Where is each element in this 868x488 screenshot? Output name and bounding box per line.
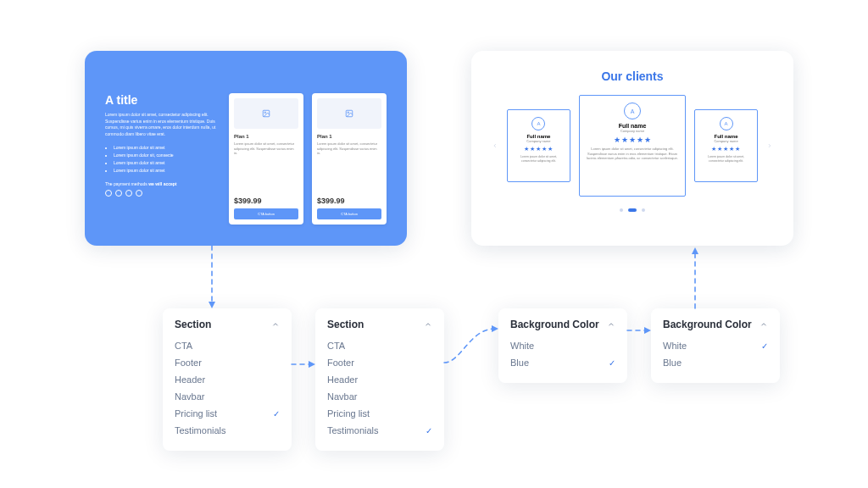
testimonial-text: Lorem ipsum dolor sit amet, consectetur … (585, 147, 680, 161)
dropdown-option[interactable]: Blue (663, 354, 768, 371)
dropdown-option[interactable]: Navbar (327, 388, 432, 405)
pricing-lorem: Lorem ipsum dolor sit amet, consectetur … (105, 112, 219, 137)
connector-arrow (670, 246, 721, 310)
pricing-cards: Plan 1 Lorem ipsum dolor sit amet, conse… (229, 93, 387, 225)
preview-testimonials: Our clients A Full name Company name ★★★… (471, 51, 793, 246)
bullet: Lorem ipsum dolor sit amet (114, 167, 219, 175)
pricing-title: A title (105, 93, 219, 107)
chevron-up-icon (760, 320, 768, 329)
connector-arrow (627, 322, 653, 339)
plan-card: Plan 1 Lorem ipsum dolor sit amet, conse… (312, 93, 387, 225)
background-color-dropdown[interactable]: Background Color WhiteBlue✓ (498, 308, 627, 383)
testimonial-text: Lorem ipsum dolor sit amet, consectetur … (513, 155, 565, 164)
svg-point-3 (348, 112, 349, 114)
connector-arrow (186, 246, 237, 313)
dropdown-option[interactable]: White✓ (663, 337, 768, 354)
dropdown-option[interactable]: Header (327, 371, 432, 388)
testimonials-carousel: A Full name Company name ★★★★★ Lorem ips… (492, 95, 773, 197)
connector-arrow (292, 356, 317, 373)
testimonial-name: Full name (619, 123, 647, 129)
plan-name: Plan 1 (234, 134, 298, 139)
chevron-up-icon (424, 320, 432, 329)
dropdown-option[interactable]: White (510, 337, 615, 354)
plan-cta-button[interactable]: CTA button (234, 208, 298, 219)
dropdown-option[interactable]: Blue✓ (510, 354, 615, 371)
image-icon (317, 98, 381, 129)
star-rating: ★★★★★ (614, 136, 652, 144)
payment-method-icons (105, 190, 219, 197)
check-icon: ✓ (609, 358, 615, 368)
testimonial-company: Company name (526, 139, 550, 143)
plan-card: Plan 1 Lorem ipsum dolor sit amet, conse… (229, 93, 303, 225)
bullet: Lorem ipsum dolor sit amet (114, 144, 219, 152)
background-color-dropdown[interactable]: Background Color White✓Blue (651, 308, 780, 383)
plan-price: $399.99 (234, 197, 298, 205)
section-dropdown[interactable]: Section CTAFooterHeaderNavbarPricing lis… (315, 308, 444, 451)
bullet: Lorem ipsum dolor sit amet (114, 159, 219, 167)
avatar: A (720, 117, 733, 130)
dropdown-title: Background Color (510, 319, 599, 330)
star-rating: ★★★★★ (711, 146, 741, 152)
plan-name: Plan 1 (317, 134, 381, 139)
dropdown-title: Section (175, 319, 211, 330)
testimonial-company: Company name (714, 139, 737, 143)
plan-price: $399.99 (317, 197, 381, 205)
dropdown-option[interactable]: Footer (175, 354, 280, 371)
avatar: A (531, 117, 545, 130)
testimonial-card-active: A Full name Company name ★★★★★ Lorem ips… (579, 95, 686, 197)
check-icon: ✓ (273, 409, 280, 419)
chevron-left-icon[interactable] (492, 142, 498, 149)
section-dropdown[interactable]: Section CTAFooterHeaderNavbarPricing lis… (163, 308, 292, 451)
chevron-up-icon (607, 320, 615, 329)
dropdown-option[interactable]: Navbar (175, 388, 280, 405)
dropdown-options: CTAFooterHeaderNavbarPricing listTestimo… (327, 337, 432, 439)
bullet: Lorem ipsum dolor sit, consecte (114, 152, 219, 159)
testimonial-company: Company name (620, 129, 644, 133)
dropdown-options: White✓Blue (663, 337, 768, 371)
dropdown-option[interactable]: CTA (175, 337, 280, 354)
dropdown-title: Section (327, 319, 364, 330)
pricing-bullets: Lorem ipsum dolor sit amet Lorem ipsum d… (105, 144, 219, 175)
testimonial-card: A Full name Company name ★★★★★ Lorem ips… (694, 109, 759, 182)
dropdown-option[interactable]: Pricing list (327, 405, 432, 422)
star-rating: ★★★★★ (524, 146, 554, 152)
dropdown-title: Background Color (663, 319, 752, 330)
payment-methods-label: The payment methods we will accept (105, 181, 219, 186)
plan-lorem: Lorem ipsum dolor sit amet, consectetur … (317, 141, 381, 156)
dropdown-options: WhiteBlue✓ (510, 337, 615, 371)
svg-point-1 (264, 112, 266, 114)
dropdown-option[interactable]: Footer (327, 354, 432, 371)
testimonials-title: Our clients (492, 69, 773, 83)
dropdown-option[interactable]: Testimonials✓ (327, 422, 432, 439)
dropdown-option[interactable]: CTA (327, 337, 432, 354)
preview-pricing: A title Lorem ipsum dolor sit amet, cons… (85, 51, 407, 246)
dropdown-options: CTAFooterHeaderNavbarPricing list✓Testim… (175, 337, 280, 439)
dropdown-option[interactable]: Header (175, 371, 280, 388)
chevron-right-icon[interactable] (766, 142, 773, 149)
dropdown-option[interactable]: Testimonials (175, 422, 280, 439)
image-icon (234, 98, 298, 129)
pricing-copy: A title Lorem ipsum dolor sit amet, cons… (105, 93, 229, 225)
dropdown-option[interactable]: Pricing list✓ (175, 405, 280, 422)
check-icon: ✓ (426, 426, 432, 435)
carousel-pager[interactable] (492, 208, 773, 212)
check-icon: ✓ (761, 341, 768, 351)
testimonial-text: Lorem ipsum dolor sit amet, consectetur … (700, 155, 753, 164)
connector-arrow (444, 320, 500, 371)
plan-lorem: Lorem ipsum dolor sit amet, consectetur … (234, 141, 298, 156)
chevron-up-icon (271, 320, 280, 329)
plan-cta-button[interactable]: CTA button (317, 208, 381, 219)
testimonial-card: A Full name Company name ★★★★★ Lorem ips… (507, 109, 571, 182)
avatar: A (624, 103, 641, 119)
